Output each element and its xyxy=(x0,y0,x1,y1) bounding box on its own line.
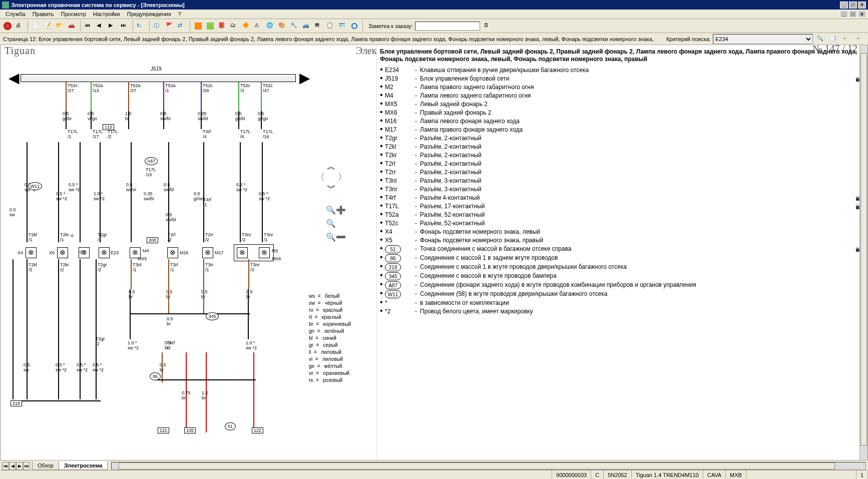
tab-overview[interactable]: Обзор xyxy=(32,461,59,470)
node-W11[interactable]: W11 xyxy=(28,182,42,190)
tree-button[interactable]: t↓ xyxy=(136,21,147,32)
terminal-115[interactable]: 115 xyxy=(103,124,114,130)
print-button[interactable]: 🖨 xyxy=(14,21,25,32)
menu-view[interactable]: Просмотр xyxy=(58,11,90,17)
terminal-122[interactable]: 122 xyxy=(252,427,263,433)
info-row[interactable]: •X5-Фонарь подсветки номерного знака, пр… xyxy=(380,236,862,245)
globe-button[interactable]: 🌐 xyxy=(265,21,276,32)
menu-warnings[interactable]: Предупреждения xyxy=(124,11,175,17)
node-A87[interactable]: A87 xyxy=(145,157,158,165)
info-row[interactable]: •345-Соединение с массой в жгуте проводо… xyxy=(380,272,862,281)
info-row[interactable]: •T2rr-Разъём, 2-контактный xyxy=(380,168,862,177)
sync-button[interactable]: ⇄ xyxy=(176,21,187,32)
info-row[interactable]: •T4rf-Разъём 4-контактный📷 xyxy=(380,194,862,202)
diag-button[interactable]: 🔶 xyxy=(241,21,252,32)
nav-first-button[interactable]: ⏮ xyxy=(83,21,94,32)
order-note-input[interactable] xyxy=(415,22,480,31)
pan-down-icon[interactable]: ︾ xyxy=(327,182,336,194)
info-row[interactable]: •M2-Лампа правого заднего габаритного ог… xyxy=(380,83,862,92)
pan-right-icon[interactable]: 〉 xyxy=(338,171,347,183)
info-row[interactable]: •W11-Соединение (58) в жгуте проводов дв… xyxy=(380,290,862,299)
info-row[interactable]: •X4-Фонарь подсветки номерного знака, ле… xyxy=(380,228,862,236)
nav-prev-button[interactable]: ◀ xyxy=(95,21,106,32)
vehicle-button[interactable]: 🚗 xyxy=(67,21,78,32)
id-button[interactable]: 🪪 xyxy=(337,21,348,32)
tab-scroll-last[interactable]: ⏭ xyxy=(23,462,30,470)
info-row[interactable]: •51-Точка соединения с массой в багажном… xyxy=(380,245,862,254)
zoom-out-icon[interactable]: 🔍➖ xyxy=(326,232,346,242)
lamp-symbol[interactable] xyxy=(167,247,178,258)
terminal-208[interactable]: 208 xyxy=(147,237,158,243)
mdi-maximize-button[interactable]: □ xyxy=(849,11,857,18)
menu-edit[interactable]: Править xyxy=(29,11,58,17)
node-345[interactable]: 345 xyxy=(206,312,219,320)
horizontal-scrollbar[interactable] xyxy=(111,462,866,470)
info-row[interactable]: •*2-Провод белого цвета, имеет маркировк… xyxy=(380,307,862,316)
info-row[interactable]: •T2gr-Разъём, 2-контактный xyxy=(380,134,862,143)
lamp-symbol[interactable] xyxy=(202,247,213,258)
nav-next-button[interactable]: ▶ xyxy=(107,21,118,32)
lamp-symbol[interactable] xyxy=(26,247,37,258)
minimize-button[interactable]: _ xyxy=(840,2,848,9)
tab-scroll-next[interactable]: ▶ xyxy=(16,462,23,470)
tab-schematic[interactable]: Электросхема xyxy=(59,461,108,470)
zoom-reset-icon[interactable]: 🔍 xyxy=(326,219,346,228)
wrench-button[interactable]: 🔧 xyxy=(289,21,300,32)
info-row[interactable]: •E234-Клавиша отпирания в ручке двери/кр… xyxy=(380,66,862,75)
sched-button[interactable]: 📋 xyxy=(325,21,336,32)
info-row[interactable]: •*-в зависимости от комплектации xyxy=(380,299,862,307)
node-86[interactable]: 86 xyxy=(150,372,161,380)
warn-button[interactable]: ⚠ xyxy=(253,21,264,32)
flag-button[interactable]: 🚩 xyxy=(164,21,175,32)
edit-button[interactable]: 📝 xyxy=(43,21,54,32)
pan-left-icon[interactable]: 〈 xyxy=(316,171,325,183)
tab-scroll-first[interactable]: ⏮ xyxy=(2,462,9,470)
tool-button[interactable]: 🛠 xyxy=(313,21,324,32)
order-note-browse-button[interactable]: 🗓 xyxy=(482,21,493,32)
info-row[interactable]: •M17-Лампа правого фонаря заднего хода xyxy=(380,126,862,134)
pan-up-icon[interactable]: ︽ xyxy=(327,160,336,172)
zoom-in-icon[interactable]: 🔍➕ xyxy=(326,205,346,215)
menu-settings[interactable]: Настройки xyxy=(90,11,124,17)
terminal-121[interactable]: 121 xyxy=(158,427,169,433)
tab-scroll-prev[interactable]: ◀ xyxy=(9,462,16,470)
vertical-scrollbar[interactable] xyxy=(859,45,867,462)
info-row[interactable]: •J519-Блок управления бортовой сети📷 xyxy=(380,75,862,83)
info-row[interactable]: •86-Соединение с массой 1 в заднем жгуте… xyxy=(380,254,862,263)
cards-button[interactable]: 🗂 xyxy=(229,21,240,32)
menu-service[interactable]: Служба xyxy=(2,11,29,17)
new-doc-button[interactable]: 📄 xyxy=(31,21,42,32)
info-row[interactable]: •T3nl-Разъём, 3-контактный xyxy=(380,177,862,185)
car2-button[interactable]: 🚙 xyxy=(301,21,312,32)
lamp-symbol[interactable] xyxy=(57,247,68,258)
grid-button[interactable] xyxy=(193,21,204,32)
search-criteria-select[interactable]: E234 xyxy=(713,34,813,44)
nav-last-button[interactable]: ⏭ xyxy=(119,21,130,32)
info-row[interactable]: •T2kr-Разъём, 2-контактный xyxy=(380,151,862,160)
info-row[interactable]: •T52a-Разъём, 52-контактный xyxy=(380,211,862,219)
info-row[interactable]: •218-Соединение с массой 1 в жгуте прово… xyxy=(380,263,862,272)
book-button[interactable]: 📕 xyxy=(217,21,228,32)
lamp-symbol[interactable] xyxy=(99,247,110,258)
mx6-box[interactable] xyxy=(234,244,274,261)
info-row[interactable]: •A87-Соединение (фонари заднего хода) в … xyxy=(380,281,862,290)
menu-help[interactable]: ? xyxy=(175,11,185,17)
info-row[interactable]: •MX6-Правый задний фонарь 2 xyxy=(380,109,862,117)
info-row[interactable]: •MX5-Левый задний фонарь 2 xyxy=(380,100,862,109)
close-button[interactable]: × xyxy=(858,2,866,9)
stop-button[interactable] xyxy=(2,21,13,32)
paint-button[interactable]: 🎨 xyxy=(277,21,288,32)
maximize-button[interactable]: □ xyxy=(849,2,857,9)
mdi-close-button[interactable]: × xyxy=(858,11,866,18)
info-button[interactable]: ⓘ xyxy=(152,21,163,32)
open-button[interactable]: 📂 xyxy=(55,21,66,32)
info-row[interactable]: •T2rl-Разъём, 2-контактный xyxy=(380,160,862,168)
circle-button[interactable] xyxy=(349,21,360,32)
schematic-canvas[interactable]: T52c/27T52a/13T52a/27T52a/1T52c/28T52c/3… xyxy=(6,82,366,452)
j519-module-box[interactable] xyxy=(21,74,296,82)
terminal-135[interactable]: 135 xyxy=(184,427,196,433)
terminal-218[interactable]: 218 xyxy=(11,400,22,406)
info-row[interactable]: •T17L-Разъем, 17-контактный📷 xyxy=(380,202,862,211)
mdi-minimize-button[interactable]: _ xyxy=(840,11,848,18)
info-row[interactable]: •T52c-Разъём, 52-контактный xyxy=(380,219,862,228)
